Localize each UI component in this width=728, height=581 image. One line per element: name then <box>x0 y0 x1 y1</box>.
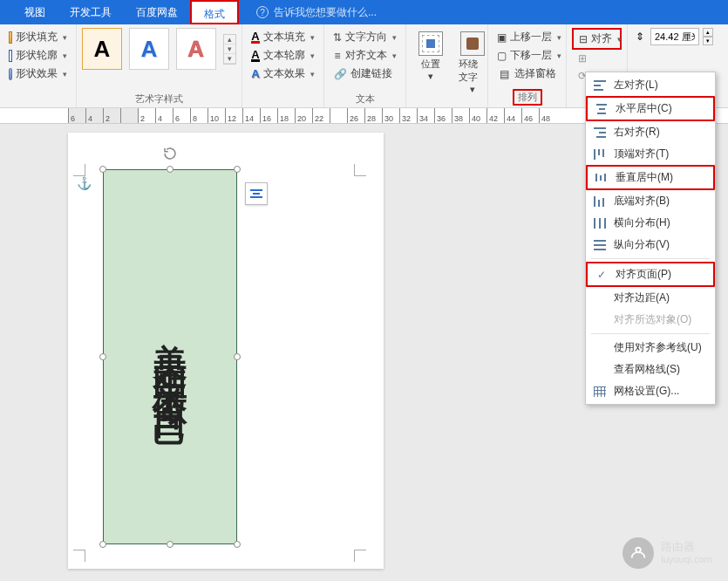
watermark: 路由器 luyouqi.com <box>623 537 712 569</box>
align-vcenter-label: 垂直居中(M) <box>616 170 704 185</box>
chevron-down-icon: ▾ <box>470 84 475 95</box>
align-label: 对齐 <box>591 31 612 46</box>
align-hcenter-label: 水平居中(C) <box>616 101 704 116</box>
shape-effects-button[interactable]: 形状效果 ▾ <box>5 65 71 83</box>
tell-me-search[interactable]: ? 告诉我您想要做什么... <box>256 5 377 20</box>
align-top-label: 顶端对齐(T) <box>614 147 706 161</box>
send-backward-icon: ▢ <box>497 49 507 63</box>
align-margin-item[interactable]: 对齐边距(A) <box>586 287 715 309</box>
align-bottom-item[interactable]: 底端对齐(B) <box>586 190 715 212</box>
align-margin-label: 对齐边距(A) <box>614 290 706 305</box>
dist-h-item[interactable]: 横向分布(H) <box>586 212 715 234</box>
menu-separator <box>591 258 710 259</box>
ribbon-tabs: 视图 开发工具 百度网盘 格式 ? 告诉我您想要做什么... <box>0 0 728 24</box>
gallery-expand-icon[interactable]: ▾ <box>224 54 235 64</box>
shape-outline-label: 形状轮廓 <box>16 48 58 63</box>
margin-corner <box>73 164 85 176</box>
selection-pane-button[interactable]: ▤ 选择窗格 <box>493 65 561 83</box>
scroll-down-icon[interactable]: ▾ <box>224 44 235 54</box>
layout-options-button[interactable] <box>245 182 268 205</box>
ribbon: 形状填充 ▾ 形状轮廓 ▾ 形状效果 ▾ A A A ▴ ▾ ▾ <box>0 24 728 108</box>
align-right-item[interactable]: 右对齐(R) <box>586 121 715 143</box>
align-top-item[interactable]: 顶端对齐(T) <box>586 143 715 165</box>
watermark-icon <box>623 537 654 569</box>
align-text-button[interactable]: ≡ 对齐文本 ▾ <box>330 46 400 65</box>
tab-devtools[interactable]: 开发工具 <box>58 0 124 24</box>
wordart-style-1[interactable]: A <box>82 28 122 70</box>
position-wrap-group: 位置 ▾ 环绕文字 ▾ <box>406 24 488 107</box>
selected-text-box[interactable]: 美是回来做自己 <box>103 169 237 544</box>
align-button[interactable]: ⊟ 对齐 ▾ <box>572 28 622 50</box>
group-button[interactable]: ⊞ <box>572 50 622 67</box>
tab-format[interactable]: 格式 <box>190 0 239 24</box>
chevron-down-icon: ▾ <box>310 70 315 79</box>
chevron-down-icon: ▾ <box>63 51 67 60</box>
rotate-handle[interactable] <box>162 146 178 161</box>
text-effects-icon: A <box>251 67 260 80</box>
text-effects-label: 文本效果 <box>263 66 305 81</box>
align-vcenter-item[interactable]: 垂直居中(M) <box>586 165 715 190</box>
menu-separator <box>591 333 710 334</box>
shape-outline-button[interactable]: 形状轮廓 ▾ <box>5 46 71 65</box>
chevron-down-icon: ▾ <box>63 70 67 79</box>
height-input[interactable] <box>650 28 699 45</box>
text-outline-button[interactable]: A 文本轮廓 ▾ <box>248 46 318 65</box>
grid-settings-item[interactable]: 网格设置(G)... <box>586 380 715 402</box>
align-hcenter-item[interactable]: 水平居中(C) <box>586 96 715 121</box>
dist-h-label: 横向分布(H) <box>614 215 706 230</box>
scroll-up-icon[interactable]: ▴ <box>224 35 235 44</box>
bring-forward-icon: ▣ <box>497 31 507 44</box>
text-fill-button[interactable]: A 文本填充 ▾ <box>248 28 318 46</box>
text-direction-button[interactable]: ⇅ 文字方向 ▾ <box>330 28 400 46</box>
align-page-item[interactable]: ✓ 对齐页面(P) <box>586 262 715 287</box>
chevron-down-icon: ▾ <box>557 33 561 42</box>
arrange-group: ▣ 上移一层 ▾ ▢ 下移一层 ▾ ▤ 选择窗格 排列 <box>488 24 567 107</box>
height-icon: ⇕ <box>633 30 647 44</box>
text-layout-group: ⇅ 文字方向 ▾ ≡ 对齐文本 ▾ 🔗 创建链接 文本 <box>324 24 406 107</box>
align-selected-item: 对齐所选对象(O) <box>586 309 715 331</box>
watermark-brand: 路由器 <box>661 540 712 553</box>
selection-pane-label: 选择窗格 <box>514 66 556 81</box>
bring-forward-button[interactable]: ▣ 上移一层 ▾ <box>493 28 561 46</box>
wordart-style-3[interactable]: A <box>176 28 216 70</box>
text-fill-label: 文本填充 <box>263 30 305 44</box>
text-effects-button[interactable]: A 文本效果 ▾ <box>248 65 318 83</box>
text-content[interactable]: 美是回来做自己 <box>146 314 194 400</box>
wrap-text-button[interactable]: 环绕文字 ▾ <box>453 28 492 97</box>
shape-fill-label: 形状填充 <box>16 30 58 44</box>
shape-styles-group: 形状填充 ▾ 形状轮廓 ▾ 形状效果 ▾ <box>0 24 77 107</box>
view-grid-item[interactable]: 查看网格线(S) <box>586 359 715 380</box>
create-link-button[interactable]: 🔗 创建链接 <box>330 65 400 83</box>
selection-pane-icon: ▤ <box>497 67 511 81</box>
use-guides-label: 使用对齐参考线(U) <box>614 340 706 355</box>
tab-baidu[interactable]: 百度网盘 <box>124 0 190 24</box>
align-left-item[interactable]: 左对齐(L) <box>586 74 715 96</box>
wordart-style-2[interactable]: A <box>129 28 169 70</box>
send-backward-button[interactable]: ▢ 下移一层 ▾ <box>493 46 561 65</box>
text-direction-label: 文字方向 <box>345 30 387 44</box>
position-button[interactable]: 位置 ▾ <box>412 28 450 84</box>
shape-effects-icon <box>9 68 12 80</box>
wrap-label: 环绕文字 <box>459 58 486 84</box>
text-fill-icon: A <box>251 31 260 44</box>
shape-fill-icon <box>9 31 12 44</box>
chevron-down-icon: ▾ <box>392 33 397 42</box>
dist-v-item[interactable]: 纵向分布(V) <box>586 234 715 256</box>
align-bottom-label: 底端对齐(B) <box>614 194 706 208</box>
dist-v-label: 纵向分布(V) <box>614 237 706 252</box>
tell-me-placeholder: 告诉我您想要做什么... <box>274 5 377 20</box>
chevron-down-icon: ▾ <box>557 51 561 60</box>
page: ⚓ 美是回来做自己 <box>68 133 384 569</box>
align-icon: ⊟ <box>579 32 588 46</box>
height-spinner[interactable]: ▴▾ <box>703 28 713 45</box>
shape-outline-icon <box>9 50 12 62</box>
align-right-label: 右对齐(R) <box>614 125 706 140</box>
wordart-gallery-scroll[interactable]: ▴ ▾ ▾ <box>223 34 236 65</box>
create-link-label: 创建链接 <box>350 66 392 81</box>
use-guides-item[interactable]: 使用对齐参考线(U) <box>586 337 715 359</box>
chevron-down-icon: ▾ <box>428 71 433 82</box>
margin-corner <box>354 164 366 176</box>
shape-fill-button[interactable]: 形状填充 ▾ <box>5 28 71 46</box>
tab-view[interactable]: 视图 <box>12 0 58 24</box>
align-left-label: 左对齐(L) <box>614 78 706 92</box>
